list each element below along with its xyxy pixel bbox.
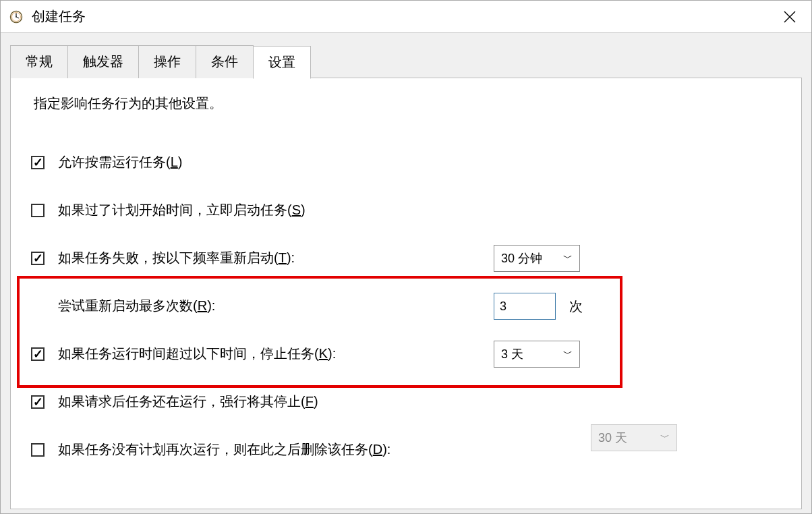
create-task-dialog: 创建任务 常规 触发器 操作 条件 设置 指定影响任务行为的其他设置。 允许按需…: [0, 0, 812, 514]
row-restart-on-fail: 如果任务失败，按以下频率重新启动(T): 30 分钟 ﹀: [31, 249, 781, 267]
row-run-asap: 如果过了计划开始时间，立即启动任务(S): [31, 201, 781, 219]
tab-general[interactable]: 常规: [10, 45, 68, 78]
chevron-down-icon: ﹀: [563, 252, 573, 264]
task-scheduler-icon: [9, 9, 24, 24]
row-stop-after: 如果任务运行时间超过以下时间，停止任务(K): 3 天 ﹀: [31, 345, 781, 363]
select-delete-after: 30 天 ﹀: [591, 424, 677, 451]
titlebar: 创建任务: [1, 1, 811, 33]
checkbox-stop-after[interactable]: [31, 347, 45, 361]
label-retry-count[interactable]: 尝试重新启动最多次数(R):: [58, 297, 215, 315]
chevron-down-icon: ﹀: [660, 432, 670, 444]
panel-description: 指定影响任务行为的其他设置。: [34, 94, 781, 113]
select-restart-interval[interactable]: 30 分钟 ﹀: [494, 245, 580, 272]
label-delete-after[interactable]: 如果任务没有计划再次运行，则在此之后删除该任务(D):: [58, 440, 390, 459]
retry-count-suffix: 次: [569, 297, 583, 316]
row-retry-count: 尝试重新启动最多次数(R): 次: [58, 297, 781, 315]
close-icon: [784, 11, 796, 23]
checkbox-run-asap[interactable]: [31, 204, 45, 217]
row-delete-after: 如果任务没有计划再次运行，则在此之后删除该任务(D): 30 天 ﹀: [31, 440, 781, 459]
checkbox-delete-after[interactable]: [31, 443, 45, 457]
row-allow-on-demand: 允许按需运行任务(L): [31, 153, 781, 171]
select-stop-after[interactable]: 3 天 ﹀: [494, 341, 580, 368]
tab-triggers[interactable]: 触发器: [67, 45, 139, 78]
tab-strip: 常规 触发器 操作 条件 设置: [10, 45, 802, 78]
settings-panel: 指定影响任务行为的其他设置。 允许按需运行任务(L) 如果过了计划开始时间，立即…: [10, 78, 802, 509]
window-title: 创建任务: [32, 7, 86, 26]
label-run-asap[interactable]: 如果过了计划开始时间，立即启动任务(S): [58, 201, 306, 219]
checkbox-restart-on-fail[interactable]: [31, 252, 45, 265]
label-allow-on-demand[interactable]: 允许按需运行任务(L): [58, 153, 182, 171]
svg-point-4: [16, 16, 17, 18]
tab-conditions[interactable]: 条件: [196, 45, 254, 78]
checkbox-force-stop[interactable]: [31, 395, 45, 409]
close-button[interactable]: [776, 3, 803, 30]
label-force-stop[interactable]: 如果请求后任务还在运行，强行将其停止(F): [58, 393, 318, 411]
label-restart-on-fail[interactable]: 如果任务失败，按以下频率重新启动(T):: [58, 249, 295, 267]
chevron-down-icon: ﹀: [563, 348, 573, 360]
checkbox-allow-on-demand[interactable]: [31, 156, 45, 169]
input-retry-count[interactable]: [494, 293, 556, 320]
tab-actions[interactable]: 操作: [138, 45, 196, 78]
label-stop-after[interactable]: 如果任务运行时间超过以下时间，停止任务(K):: [58, 345, 336, 363]
client-area: 常规 触发器 操作 条件 设置 指定影响任务行为的其他设置。 允许按需运行任务(…: [1, 33, 811, 513]
tab-settings[interactable]: 设置: [253, 46, 311, 79]
row-force-stop: 如果请求后任务还在运行，强行将其停止(F): [31, 393, 781, 411]
